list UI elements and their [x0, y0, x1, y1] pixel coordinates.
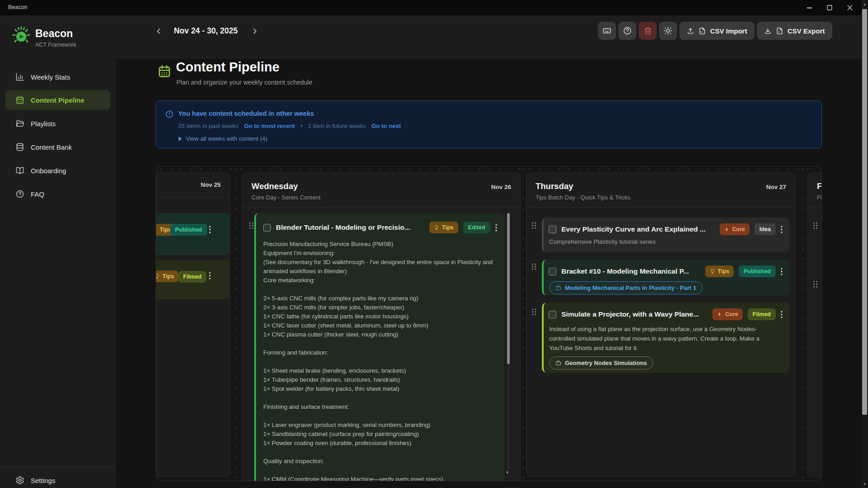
close-button[interactable]: [842, 0, 858, 15]
scroll-down-icon[interactable]: ▼: [861, 481, 868, 487]
go-to-next-link[interactable]: Go to next: [371, 123, 401, 129]
banner-title: You have content scheduled in other week…: [178, 110, 314, 117]
bolt-icon: [717, 312, 722, 317]
sidebar-item-label: Onboarding: [31, 167, 66, 175]
briefcase-icon: [555, 285, 561, 291]
sun-icon: [664, 26, 673, 35]
bulb-icon: [434, 225, 439, 230]
page-subtitle: Plan and organize your weekly content sc…: [176, 79, 312, 86]
card-checkbox[interactable]: [263, 224, 271, 232]
playlist-pill[interactable]: Modeling Mechanical Parts in Plasticity …: [549, 281, 702, 294]
maximize-button[interactable]: [821, 0, 838, 15]
tag-label: Core: [732, 226, 745, 232]
kebab-menu-icon[interactable]: [209, 226, 211, 233]
drag-handle-icon[interactable]: [813, 281, 818, 288]
column-date: Nov 25: [201, 181, 221, 188]
scroll-up-icon[interactable]: ▲: [861, 1, 868, 7]
scroll-down-icon[interactable]: ▼: [505, 470, 509, 475]
card-checkbox[interactable]: [549, 311, 556, 318]
delete-button[interactable]: [639, 22, 657, 40]
view-all-weeks-toggle[interactable]: View all weeks with content (4): [179, 135, 267, 142]
csv-import-button[interactable]: CSV Import: [679, 22, 754, 40]
card-header: Simulate a Projector, with a Wavy Plane.…: [544, 303, 790, 320]
tag-label: Tips: [718, 268, 729, 275]
week-range-label: Nov 24 - 30, 2025: [171, 26, 240, 36]
keyboard-icon: [602, 26, 612, 35]
drag-handle-icon[interactable]: [249, 222, 254, 229]
drag-handle-icon[interactable]: [531, 222, 536, 229]
kebab-menu-icon[interactable]: [495, 224, 497, 232]
sidebar-item-faq[interactable]: FAQ: [5, 184, 110, 204]
app-window: Beacon ▲ ▼ Beacon: [0, 0, 868, 488]
sidebar-item-onboarding[interactable]: Onboarding: [5, 161, 110, 180]
theme-toggle-button[interactable]: [659, 22, 677, 40]
tag-label: Tips: [162, 273, 174, 280]
column-header: Wednesday Nov 26 Core Day - Series Conte…: [242, 173, 520, 208]
kebab-menu-icon[interactable]: [781, 311, 783, 318]
kebab-menu-icon[interactable]: [209, 272, 211, 280]
trash-icon: [644, 27, 652, 35]
content-card[interactable]: Every Plasticity Curve and Arc Explained…: [542, 218, 790, 252]
sidebar-item-label: Weekly Stats: [31, 73, 70, 81]
content-card[interactable]: Blender Tutorial - Modeling or Precisio.…: [254, 213, 504, 481]
column-name: Thursday: [536, 181, 573, 191]
banner-summary-row: 25 items in past weeks Go to most recent…: [178, 123, 401, 129]
sidebar-item-content-pipeline[interactable]: Content Pipeline: [5, 90, 110, 110]
card-checkbox[interactable]: [549, 226, 556, 233]
content-card[interactable]: Simulate a Projector, with a Wavy Plane.…: [542, 303, 790, 373]
sidebar-item-content-bank[interactable]: Content Bank: [5, 137, 110, 157]
drag-handle-icon[interactable]: [531, 308, 536, 315]
content-card[interactable]: Tips Filmed: [156, 260, 230, 299]
bulb-icon: [156, 227, 157, 232]
tag-tips: Tips: [156, 270, 178, 282]
status-badge: Idea: [754, 223, 776, 235]
sidebar-item-playlists[interactable]: Playlists: [5, 114, 110, 133]
folder-icon: [15, 119, 24, 128]
drag-handle-icon[interactable]: [813, 222, 818, 229]
download-icon: [764, 27, 772, 35]
tag-core: Core: [720, 223, 749, 235]
content-card[interactable]: Tips Published: [156, 213, 230, 255]
tag-label: Core: [725, 311, 738, 317]
go-to-most-recent-link[interactable]: Go to most recent: [244, 123, 295, 129]
sidebar-item-settings[interactable]: Settings: [5, 471, 110, 488]
kebab-menu-icon[interactable]: [781, 226, 783, 233]
status-badge: Filmed: [178, 271, 206, 283]
window-scrollbar[interactable]: ▲ ▼: [861, 0, 868, 488]
sidebar-item-label: Settings: [31, 477, 55, 484]
tag-label: Tips: [160, 227, 171, 233]
previous-week-button[interactable]: [152, 24, 166, 38]
sidebar-item-weekly-stats[interactable]: Weekly Stats: [5, 67, 110, 87]
scrollbar-thumb[interactable]: [862, 9, 867, 415]
drag-handle-icon[interactable]: [531, 263, 536, 270]
content-card[interactable]: Bracket #10 - Modeling Mechanical P... T…: [542, 260, 790, 295]
playlist-pill[interactable]: Geometry Nodes Simulations: [549, 356, 653, 370]
column-scrollbar-thumb[interactable]: [507, 213, 510, 364]
help-button[interactable]: [618, 22, 636, 40]
past-weeks-count: 25 items in past weeks: [178, 123, 238, 129]
bulb-icon: [710, 269, 715, 274]
chevron-left-icon: [155, 27, 163, 35]
card-header: Bracket #10 - Modeling Mechanical P... T…: [544, 260, 790, 277]
book-open-icon: [15, 166, 24, 175]
tag-core: Core: [712, 308, 742, 320]
kebab-menu-icon[interactable]: [781, 268, 783, 275]
keyboard-shortcuts-button[interactable]: [598, 22, 616, 40]
sunburst-play-icon: [11, 25, 32, 46]
card-checkbox[interactable]: [549, 268, 556, 275]
minimize-icon: [806, 5, 812, 11]
help-circle-icon: [15, 190, 24, 199]
csv-import-label: CSV Import: [710, 27, 747, 35]
next-week-button[interactable]: [248, 24, 261, 38]
close-icon: [847, 5, 853, 10]
csv-export-button[interactable]: CSV Export: [757, 22, 832, 40]
titlebar: Beacon: [0, 0, 868, 15]
status-badge: Filmed: [748, 308, 776, 320]
view-all-weeks-label: View all weeks with content (4): [186, 135, 267, 142]
other-weeks-banner: You have content scheduled in other week…: [156, 100, 822, 148]
chevron-right-icon: [251, 27, 259, 35]
minimize-button[interactable]: [801, 0, 817, 15]
column-separator: [236, 169, 237, 478]
card-title: Every Plasticity Curve and Arc Explained…: [561, 225, 715, 233]
maximize-icon: [827, 5, 832, 10]
